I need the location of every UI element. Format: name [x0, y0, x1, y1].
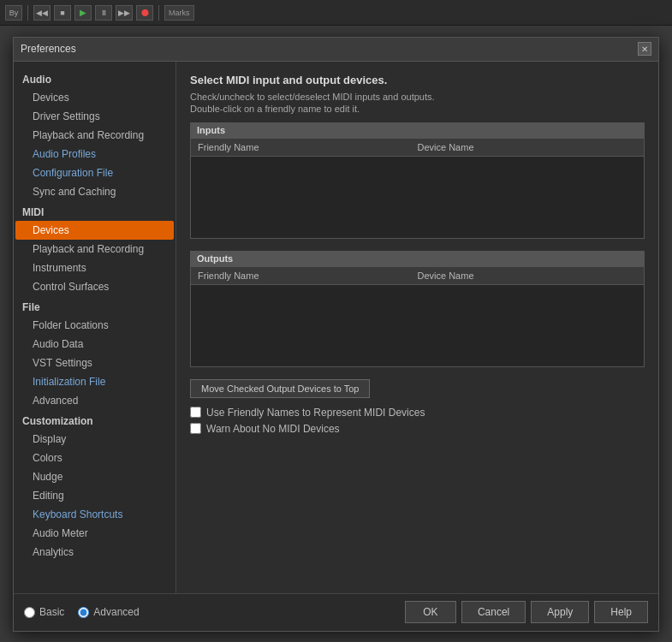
sidebar-item-audio-meter[interactable]: Audio Meter: [14, 524, 175, 543]
dialog-body: Audio Devices Driver Settings Playback a…: [14, 62, 658, 593]
content-desc1: Check/uncheck to select/deselect MIDI in…: [190, 92, 645, 102]
sidebar-section-audio: Audio: [14, 68, 175, 88]
ok-button[interactable]: OK: [405, 601, 456, 623]
sidebar-item-control-surfaces[interactable]: Control Surfaces: [14, 277, 175, 296]
inputs-table: Friendly Name Device Name: [190, 138, 645, 239]
dialog-overlay: Preferences ✕ Audio Devices Driver Setti…: [0, 26, 672, 642]
outputs-section: Outputs Friendly Name Device Name: [190, 251, 645, 367]
checkbox-friendly-names-row: Use Friendly Names to Represent MIDI Dev…: [190, 407, 645, 419]
outputs-col-friendly: Friendly Name: [198, 270, 418, 281]
outputs-col-device: Device Name: [418, 270, 638, 281]
checkbox-friendly-names[interactable]: [190, 407, 201, 418]
dialog-title: Preferences: [21, 43, 76, 55]
radio-basic-text: Basic: [39, 606, 64, 618]
outputs-table-header: Friendly Name Device Name: [191, 267, 644, 285]
apply-button[interactable]: Apply: [531, 601, 589, 623]
dialog-footer: Basic Advanced OK Cancel Apply Help: [14, 593, 658, 631]
move-btn-container: Move Checked Output Devices to Top: [190, 379, 645, 407]
sidebar-item-editing[interactable]: Editing: [14, 486, 175, 505]
sidebar-item-midi-playback[interactable]: Playback and Recording: [14, 240, 175, 259]
sidebar-item-driver-settings[interactable]: Driver Settings: [14, 107, 175, 126]
sidebar-section-customization: Customization: [14, 410, 175, 430]
sidebar-item-audio-profiles[interactable]: Audio Profiles: [14, 145, 175, 163]
sidebar-item-colors[interactable]: Colors: [14, 449, 175, 467]
sidebar-item-instruments[interactable]: Instruments: [14, 259, 175, 277]
toolbar-pause[interactable]: ⏸: [95, 5, 112, 21]
sidebar-item-advanced[interactable]: Advanced: [14, 391, 175, 410]
outputs-table-body[interactable]: [191, 285, 644, 366]
toolbar-next[interactable]: ▶▶: [116, 5, 133, 21]
sidebar-section-file: File: [14, 296, 175, 316]
sidebar-item-nudge[interactable]: Nudge: [14, 467, 175, 486]
sidebar-item-audio-devices[interactable]: Devices: [14, 88, 175, 107]
sidebar-item-initialization-file[interactable]: Initialization File: [14, 372, 175, 391]
outputs-table: Friendly Name Device Name: [190, 266, 645, 367]
sidebar-item-audio-data[interactable]: Audio Data: [14, 335, 175, 354]
sidebar-item-configuration-file[interactable]: Configuration File: [14, 163, 175, 182]
toolbar-play[interactable]: ▶: [74, 5, 92, 21]
sidebar-item-display[interactable]: Display: [14, 430, 175, 449]
toolbar-by[interactable]: By: [5, 5, 22, 21]
footer-buttons: OK Cancel Apply Help: [405, 601, 648, 623]
radio-advanced[interactable]: [78, 607, 89, 618]
checkbox-warn-midi[interactable]: [190, 423, 201, 434]
radio-advanced-text: Advanced: [93, 606, 139, 618]
toolbar-record[interactable]: ⬤: [136, 5, 153, 21]
preferences-dialog: Preferences ✕ Audio Devices Driver Setti…: [13, 37, 659, 632]
checkbox-warn-midi-row: Warn About No MIDI Devices: [190, 423, 645, 435]
inputs-col-device: Device Name: [418, 142, 638, 152]
content-desc2: Double-click on a friendly name to edit …: [190, 104, 645, 114]
inputs-section: Inputs Friendly Name Device Name: [190, 122, 645, 239]
dialog-titlebar: Preferences ✕: [14, 38, 658, 62]
sep2: [158, 5, 159, 21]
content-title: Select MIDI input and output devices.: [190, 74, 645, 86]
inputs-table-header: Friendly Name Device Name: [191, 139, 644, 157]
inputs-header: Inputs: [190, 122, 645, 138]
sidebar-item-midi-devices[interactable]: Devices: [15, 221, 174, 240]
outputs-header: Outputs: [190, 251, 645, 266]
help-button[interactable]: Help: [594, 601, 648, 623]
checkbox-friendly-names-label[interactable]: Use Friendly Names to Represent MIDI Dev…: [206, 407, 425, 419]
main-content: Select MIDI input and output devices. Ch…: [176, 62, 658, 593]
sidebar-item-vst-settings[interactable]: VST Settings: [14, 354, 175, 372]
inputs-col-friendly: Friendly Name: [198, 142, 418, 152]
checkbox-warn-midi-label[interactable]: Warn About No MIDI Devices: [206, 423, 340, 435]
radio-basic[interactable]: [24, 607, 35, 618]
sidebar-item-sync-caching[interactable]: Sync and Caching: [14, 182, 175, 201]
sidebar-item-audio-playback[interactable]: Playback and Recording: [14, 126, 175, 145]
sidebar-section-midi: MIDI: [14, 201, 175, 221]
move-checked-btn[interactable]: Move Checked Output Devices to Top: [190, 379, 370, 398]
sidebar-item-folder-locations[interactable]: Folder Locations: [14, 316, 175, 335]
footer-radio-group: Basic Advanced: [24, 606, 140, 618]
toolbar-stop[interactable]: ■: [54, 5, 71, 21]
cancel-button[interactable]: Cancel: [461, 601, 526, 623]
inputs-table-body[interactable]: [191, 157, 644, 238]
marks-label: Marks: [164, 5, 194, 21]
toolbar: By ◀◀ ■ ▶ ⏸ ▶▶ ⬤ Marks: [0, 0, 672, 26]
radio-basic-label[interactable]: Basic: [24, 606, 64, 618]
sidebar-item-analytics[interactable]: Analytics: [14, 543, 175, 562]
toolbar-prev[interactable]: ◀◀: [33, 5, 51, 21]
sidebar-item-keyboard-shortcuts[interactable]: Keyboard Shortcuts: [14, 505, 175, 524]
sidebar: Audio Devices Driver Settings Playback a…: [14, 62, 176, 593]
radio-advanced-label[interactable]: Advanced: [78, 606, 139, 618]
close-button[interactable]: ✕: [638, 42, 651, 56]
sep1: [27, 5, 28, 21]
